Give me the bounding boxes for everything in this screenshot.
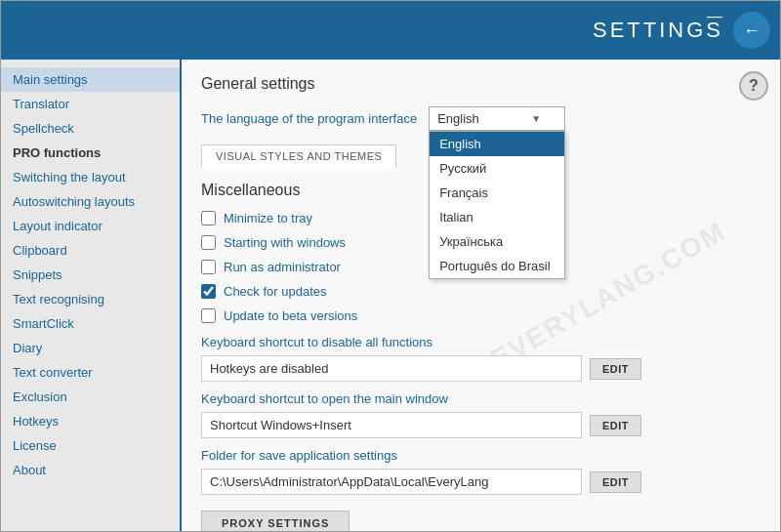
content-area: EVERYLANG.COM ? General settings The lan… — [182, 60, 780, 531]
beta-versions-label[interactable]: Update to beta versions — [224, 308, 357, 323]
minimize-tray-label[interactable]: Minimize to tray — [224, 211, 312, 225]
sidebar-item-text-recognising[interactable]: Text recognising — [1, 287, 180, 311]
shortcut2-edit-button[interactable]: EDIT — [590, 415, 641, 436]
dropdown-arrow-icon: ▼ — [531, 113, 541, 124]
sidebar-item-layout-indicator[interactable]: Layout indicator — [1, 214, 180, 238]
sidebar-item-clipboard[interactable]: Clipboard — [1, 238, 180, 263]
dropdown-option-ukrainian[interactable]: Українська — [430, 229, 564, 254]
language-dropdown-menu: English Русский Français Italian Українс… — [429, 131, 565, 279]
language-dropdown-wrapper: English ▼ English Русский Français Itali… — [429, 106, 565, 131]
sidebar-item-spellcheck[interactable]: Spellcheck — [1, 116, 180, 141]
shortcut2-label: Keyboard shortcut to open the main windo… — [201, 391, 760, 406]
language-row: The language of the program interface En… — [201, 106, 760, 131]
sidebar-item-text-converter[interactable]: Text converter — [1, 360, 180, 385]
beta-versions-checkbox[interactable] — [201, 308, 216, 323]
checkbox-check-updates: Check for updates — [201, 282, 760, 301]
checkbox-beta-versions: Update to beta versions — [201, 307, 760, 325]
sidebar: Main settings Translator Spellcheck PRO … — [1, 60, 182, 531]
tab-visual-styles[interactable]: VISUAL STYLES AND THEMES — [201, 144, 396, 168]
check-updates-label[interactable]: Check for updates — [224, 284, 327, 299]
dropdown-option-french[interactable]: Français — [430, 181, 564, 205]
sidebar-item-about[interactable]: About — [1, 458, 180, 482]
section-title: General settings — [201, 75, 760, 93]
folder-section: Folder for save application settings EDI… — [201, 448, 760, 495]
folder-input[interactable] — [201, 469, 582, 495]
shortcut2-input[interactable] — [201, 412, 582, 438]
shortcut2-section: Keyboard shortcut to open the main windo… — [201, 391, 760, 438]
title-bar: — SETTINGS ← — [1, 1, 780, 60]
sidebar-item-snippets[interactable]: Snippets — [1, 263, 180, 287]
shortcut1-edit-button[interactable]: EDIT — [590, 358, 641, 380]
sidebar-item-autoswitching[interactable]: Autoswitching layouts — [1, 189, 180, 214]
settings-window: — SETTINGS ← Main settings Translator Sp… — [0, 0, 781, 532]
shortcut1-row: EDIT — [201, 355, 760, 382]
folder-row: EDIT — [201, 469, 760, 495]
shortcut1-input[interactable] — [201, 355, 582, 382]
dropdown-option-italian[interactable]: Italian — [430, 205, 564, 229]
minimize-button[interactable]: — — [707, 8, 722, 25]
sidebar-item-pro-functions[interactable]: PRO functions — [1, 141, 180, 165]
language-dropdown-trigger[interactable]: English ▼ — [429, 106, 565, 131]
folder-edit-button[interactable]: EDIT — [590, 471, 641, 493]
shortcut1-label: Keyboard shortcut to disable all functio… — [201, 335, 760, 349]
selected-language-text: English — [437, 111, 479, 126]
sidebar-item-main-settings[interactable]: Main settings — [1, 67, 180, 92]
dropdown-option-russian[interactable]: Русский — [430, 156, 564, 181]
minimize-tray-checkbox[interactable] — [201, 211, 216, 225]
sidebar-item-exclusion[interactable]: Exclusion — [1, 385, 180, 409]
sidebar-item-hotkeys[interactable]: Hotkeys — [1, 409, 180, 433]
back-button[interactable]: ← — [733, 12, 770, 49]
start-windows-checkbox[interactable] — [201, 235, 216, 250]
language-label: The language of the program interface — [201, 111, 417, 126]
sidebar-item-smartclick[interactable]: SmartClick — [1, 311, 180, 336]
dropdown-option-portuguese[interactable]: Português do Brasil — [430, 254, 564, 278]
start-windows-label[interactable]: Starting with windows — [224, 235, 346, 250]
check-updates-checkbox[interactable] — [201, 284, 216, 299]
window-title: SETTINGS — [593, 18, 723, 43]
run-admin-checkbox[interactable] — [201, 260, 216, 274]
sidebar-item-switching-layout[interactable]: Switching the layout — [1, 165, 180, 189]
shortcut2-row: EDIT — [201, 412, 760, 438]
shortcut1-section: Keyboard shortcut to disable all functio… — [201, 335, 760, 382]
folder-label: Folder for save application settings — [201, 448, 760, 463]
run-admin-label[interactable]: Run as administrator — [224, 260, 341, 274]
main-content: Main settings Translator Spellcheck PRO … — [1, 60, 780, 531]
sidebar-item-license[interactable]: License — [1, 433, 180, 458]
dropdown-option-english[interactable]: English — [430, 132, 564, 156]
sidebar-item-diary[interactable]: Diary — [1, 336, 180, 360]
sidebar-item-translator[interactable]: Translator — [1, 92, 180, 116]
proxy-settings-button[interactable]: PROXY SETTINGS — [201, 511, 349, 531]
